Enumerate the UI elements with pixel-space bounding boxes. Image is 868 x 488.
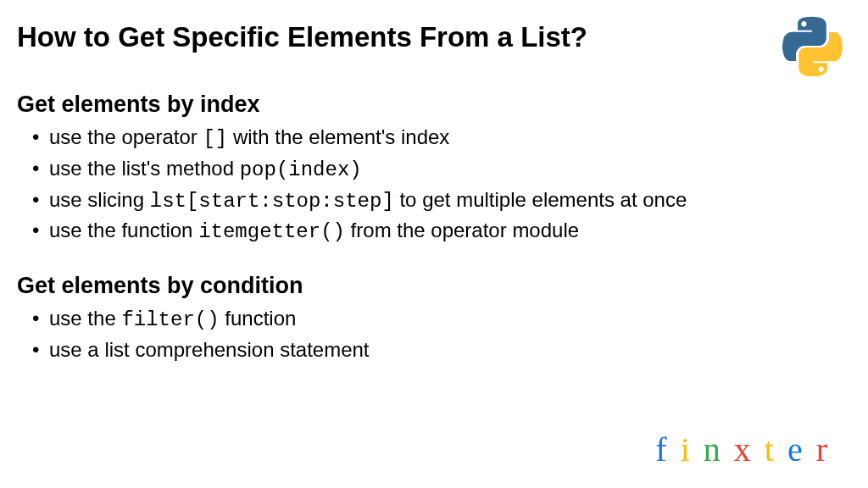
brand-letter: e — [787, 430, 816, 469]
brand-letter: x — [734, 430, 765, 469]
slide-content: Get elements by index use the operator [… — [17, 92, 851, 367]
brand-letter: t — [765, 430, 787, 469]
page-title: How to Get Specific Elements From a List… — [17, 21, 587, 53]
brand-letter: r — [816, 430, 841, 469]
list-item: use the list's method pop(index) — [49, 154, 851, 186]
bullet-list: use the filter() function use a list com… — [17, 304, 851, 367]
list-item: use the operator [] with the element's i… — [49, 123, 851, 154]
section-heading: Get elements by index — [17, 92, 851, 118]
section-heading: Get elements by condition — [17, 273, 851, 299]
list-item: use slicing lst[start:stop:step] to get … — [49, 186, 851, 217]
list-item: use the filter() function — [49, 304, 851, 336]
bullet-list: use the operator [] with the element's i… — [17, 123, 851, 247]
section-by-index: Get elements by index use the operator [… — [17, 92, 851, 247]
finxter-brand-logo: finxter — [655, 430, 841, 469]
python-logo-icon — [782, 15, 843, 76]
section-by-condition: Get elements by condition use the filter… — [17, 273, 851, 367]
slide-header: How to Get Specific Elements From a List… — [17, 21, 851, 53]
brand-letter: n — [704, 430, 734, 469]
list-item: use the function itemgetter() from the o… — [49, 216, 851, 247]
brand-letter: i — [681, 430, 704, 469]
brand-letter: f — [655, 430, 680, 469]
list-item: use a list comprehension statement — [49, 336, 851, 367]
